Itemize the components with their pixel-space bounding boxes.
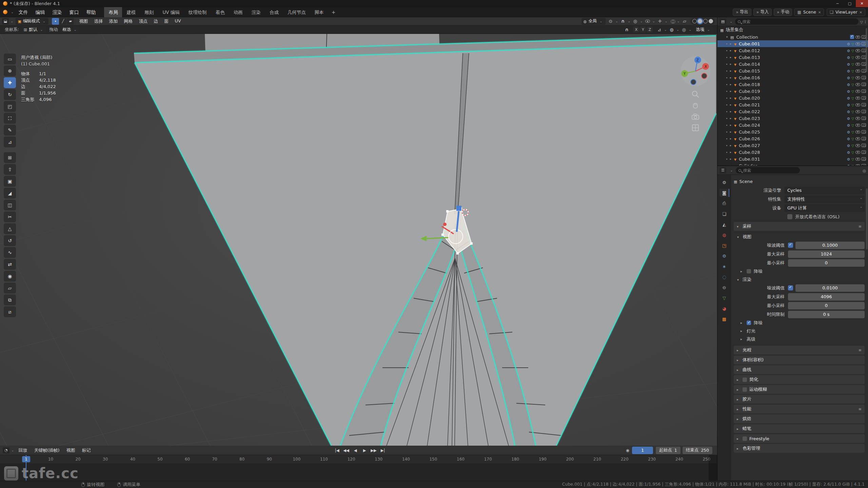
tool-measure[interactable]: ⊿ xyxy=(4,137,16,147)
snap-icon[interactable] xyxy=(623,26,630,33)
modifier-wrench-icon[interactable] xyxy=(847,82,850,87)
collection-row[interactable]: Collection xyxy=(717,34,868,40)
object-name[interactable]: Cube.021 xyxy=(739,102,760,107)
tool-select-box[interactable]: ▭ xyxy=(4,54,16,64)
mirror-axis-toggle[interactable]: Z xyxy=(647,26,653,33)
viewport-menu[interactable]: 边 xyxy=(151,18,161,24)
minimize-button[interactable]: ─ xyxy=(831,0,844,7)
properties-section[interactable]: 胶片 xyxy=(734,395,865,404)
scene[interactable]: ◭ xyxy=(719,220,729,228)
hide-eye-icon[interactable] xyxy=(855,76,860,79)
menubar-menu[interactable]: 文件 xyxy=(15,8,32,16)
axis-z-neg-handle[interactable] xyxy=(691,79,696,85)
tool-rip-edge[interactable]: ⧄ xyxy=(4,306,16,317)
addon-quick-button[interactable]: 导出 xyxy=(733,8,751,16)
outliner-object-row[interactable]: Cube.018 xyxy=(717,81,868,88)
render-visibility-icon[interactable] xyxy=(862,83,866,86)
render-visibility-icon[interactable] xyxy=(862,123,866,127)
material-shading-icon[interactable] xyxy=(703,19,708,23)
tool-add-cube[interactable]: ⊞ xyxy=(4,152,16,163)
outliner-object-row[interactable]: Cube.022 xyxy=(717,108,868,115)
hide-eye-icon[interactable] xyxy=(855,151,860,154)
hide-eye-icon[interactable] xyxy=(855,36,860,39)
tool-shear[interactable]: ▱ xyxy=(4,283,16,293)
viewlayer-selector[interactable]: ViewLayer xyxy=(827,8,865,16)
modifier-wrench-icon[interactable] xyxy=(847,136,850,141)
outliner-object-row[interactable]: Cube.014 xyxy=(717,61,868,67)
tool-knife[interactable]: ✂ xyxy=(4,211,16,222)
viewport-menu[interactable]: UV xyxy=(172,18,184,24)
object-name[interactable]: Cube.016 xyxy=(739,75,760,80)
object-name[interactable]: Cube.020 xyxy=(739,96,760,101)
hide-eye-icon[interactable] xyxy=(855,124,860,127)
section-checkbox[interactable] xyxy=(743,387,747,392)
hide-eye-icon[interactable] xyxy=(855,137,860,140)
object-name[interactable]: Cube.014 xyxy=(739,62,760,67)
face-select-mode-button[interactable]: ▰ xyxy=(67,18,74,25)
xray-toggle-icon[interactable] xyxy=(681,18,688,25)
zoom-icon[interactable] xyxy=(691,90,700,99)
add-workspace-button[interactable]: + xyxy=(328,9,339,15)
properties-search-input[interactable] xyxy=(743,168,797,173)
playback-button[interactable]: ◀ xyxy=(351,447,360,454)
workspace-tab[interactable]: 几何节点 xyxy=(283,7,310,17)
tool-inset-faces[interactable]: ▣ xyxy=(4,176,16,187)
tool-smooth[interactable]: ∿ xyxy=(4,247,16,258)
orientation-dropdown[interactable]: 全局 xyxy=(581,18,606,25)
outliner-object-row[interactable]: Cube.024 xyxy=(717,122,868,128)
expand-caret-icon[interactable] xyxy=(729,42,733,45)
playback-button[interactable]: ▶▶ xyxy=(370,447,378,454)
workspace-tab[interactable]: 渲染 xyxy=(247,7,265,17)
hide-eye-icon[interactable] xyxy=(855,117,860,120)
expand-caret-icon[interactable] xyxy=(729,76,733,79)
timeline-tracks[interactable] xyxy=(0,464,717,480)
gizmos-toggle-icon[interactable] xyxy=(656,18,664,25)
physics[interactable]: ◌ xyxy=(719,273,729,281)
hide-eye-icon[interactable] xyxy=(855,63,860,66)
subsection-row[interactable]: 高级 xyxy=(737,335,865,343)
menubar-menu[interactable]: 编辑 xyxy=(32,8,48,16)
render-visibility-icon[interactable] xyxy=(862,137,866,140)
tool-rip-region[interactable]: ⧉ xyxy=(4,294,16,305)
object-name[interactable]: Cube.019 xyxy=(739,89,760,94)
blender-logo-icon[interactable] xyxy=(3,1,7,6)
properties-section[interactable]: 色彩管理 xyxy=(734,444,865,453)
outliner-search-input[interactable] xyxy=(742,19,855,24)
edge-select-mode-button[interactable]: ╱ xyxy=(59,18,66,25)
render-visibility-icon[interactable] xyxy=(862,89,866,93)
rendered-shading-icon[interactable] xyxy=(709,19,713,23)
tool-cursor[interactable]: ⊕ xyxy=(4,65,16,76)
constraints[interactable]: ⊝ xyxy=(719,283,729,291)
tool-edge-slide[interactable]: ⇄ xyxy=(4,259,16,270)
section-sampling[interactable]: 采样 xyxy=(734,222,865,231)
subsection-render[interactable]: 渲染 xyxy=(737,276,865,283)
falloff-icon[interactable] xyxy=(655,26,663,33)
outliner-object-row[interactable]: Cube.020 xyxy=(717,95,868,101)
modifier-wrench-icon[interactable] xyxy=(847,163,850,166)
camera-view-icon[interactable] xyxy=(691,112,700,121)
expand-caret-icon[interactable] xyxy=(729,110,733,113)
view-transform-icon[interactable] xyxy=(668,26,675,33)
tool-poly-build[interactable]: △ xyxy=(4,223,16,234)
scene-selector[interactable]: Scene xyxy=(794,8,824,16)
modifier-wrench-icon[interactable] xyxy=(847,48,850,53)
timeline-menu[interactable]: 标记 xyxy=(79,447,94,453)
subsection-row[interactable]: 降噪 xyxy=(737,319,865,327)
render-visibility-icon[interactable] xyxy=(862,76,866,79)
value-field[interactable]: 0 s xyxy=(788,311,865,318)
expand-caret-icon[interactable] xyxy=(729,137,733,140)
workspace-tab[interactable]: 脚本 xyxy=(310,7,328,17)
object-name[interactable]: Cube.028 xyxy=(739,150,760,155)
expand-caret-icon[interactable] xyxy=(729,62,733,66)
frame-ruler[interactable]: 1020304050607080901001101201301401501601… xyxy=(0,455,717,464)
modifier-wrench-icon[interactable] xyxy=(847,143,850,148)
object-name[interactable]: Cube.018 xyxy=(739,82,760,87)
playback-button[interactable]: ◀◀ xyxy=(342,447,351,454)
workspace-tab[interactable]: 雕刻 xyxy=(140,7,158,17)
value-field[interactable]: 1024 xyxy=(788,250,865,258)
hide-eye-icon[interactable] xyxy=(855,42,860,45)
object-name[interactable]: Cube.031 xyxy=(739,157,760,162)
tool[interactable]: ⚙ xyxy=(719,178,729,186)
frame-start-field[interactable]: 起始点1 xyxy=(656,447,680,454)
frame-end-field[interactable]: 结束点250 xyxy=(683,447,712,454)
